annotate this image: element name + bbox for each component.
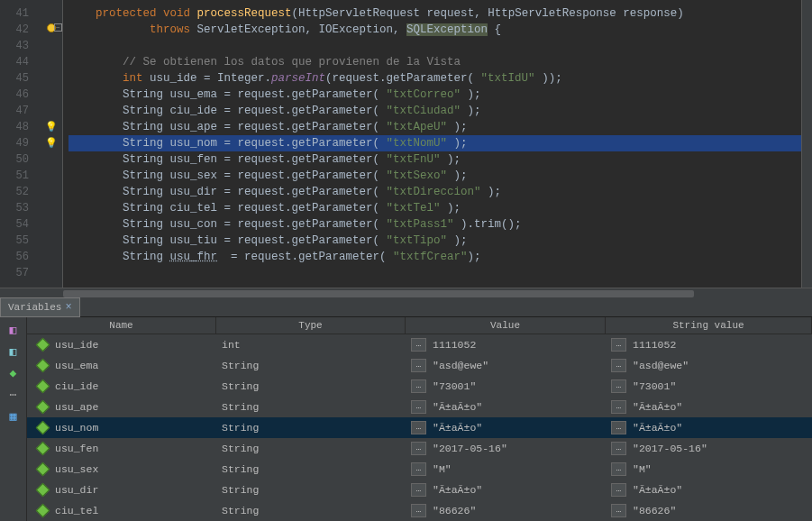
table-row[interactable]: usu_apeString…"Ã±aÃ±o"…"Ã±aÃ±o" (27, 397, 812, 417)
tab-label: Variables (8, 302, 61, 313)
var-value-cell: …"Ã±aÃ±o" (406, 419, 606, 436)
code-canvas[interactable]: protected void processRequest(HttpServle… (63, 0, 801, 288)
var-name-cell: usu_fen (27, 441, 216, 456)
close-icon[interactable]: × (65, 301, 71, 314)
var-type-cell: String (216, 420, 406, 435)
var-value-cell: …"asd@ewe" (406, 357, 606, 374)
var-strvalue-cell: …"Ã±aÃ±o" (606, 419, 812, 436)
ellipsis-button[interactable]: … (411, 379, 426, 393)
ellipsis-button[interactable]: … (411, 359, 426, 372)
ellipsis-button[interactable]: … (611, 442, 626, 455)
toolbar-icon-5[interactable]: ▦ (6, 409, 21, 424)
panel-tabs: Variables × (0, 297, 812, 317)
ellipsis-button[interactable]: … (611, 400, 626, 414)
var-type-cell: String (216, 441, 406, 456)
fold-icon[interactable]: − (54, 23, 62, 32)
ellipsis-button[interactable]: … (611, 359, 626, 372)
diamond-icon (36, 483, 50, 498)
var-type-cell: String (216, 482, 406, 498)
ellipsis-button[interactable]: … (411, 338, 426, 352)
toolbar-icon-4[interactable]: ⋯ (6, 388, 21, 402)
table-row[interactable]: usu_nomString…"Ã±aÃ±o"…"Ã±aÃ±o" (27, 417, 812, 438)
table-row[interactable]: usu_sexString…"M"…"M" (27, 459, 812, 480)
table-row[interactable]: usu_ideint…1111052…1111052 (27, 334, 812, 355)
var-strvalue-cell: …1111052 (606, 336, 812, 353)
var-strvalue-cell: …"86626" (606, 502, 812, 519)
diamond-icon (36, 421, 50, 435)
table-row[interactable]: usu_dirString…"Ã±aÃ±o"…"Ã±aÃ±o" (27, 480, 812, 500)
horizontal-scrollbar[interactable] (0, 288, 812, 297)
diamond-icon (36, 462, 50, 477)
var-name-cell: usu_dir (27, 482, 216, 498)
diamond-icon (36, 400, 50, 415)
var-type-cell: String (216, 379, 406, 394)
vertical-scrollbar[interactable] (801, 0, 812, 288)
diamond-icon (36, 359, 50, 373)
ellipsis-button[interactable]: … (411, 462, 426, 476)
var-strvalue-cell: …"Ã±aÃ±o" (606, 481, 812, 498)
var-value-cell: …"Ã±aÃ±o" (406, 398, 606, 416)
ellipsis-button[interactable]: … (611, 338, 626, 352)
var-type-cell: String (216, 462, 406, 477)
col-type[interactable]: Type (216, 317, 406, 334)
diamond-icon (36, 504, 50, 518)
ellipsis-button[interactable]: … (611, 379, 626, 393)
var-value-cell: …"2017-05-16" (406, 440, 606, 457)
variables-table: Name Type Value String value usu_ideint…… (27, 317, 812, 521)
ellipsis-button[interactable]: … (411, 483, 426, 497)
table-row[interactable]: ciu_telString…"86626"…"86626" (27, 500, 812, 521)
var-name-cell: usu_ema (27, 358, 216, 373)
var-strvalue-cell: …"2017-05-16" (606, 440, 812, 457)
var-name-cell: ciu_ide (27, 379, 216, 394)
var-value-cell: …"86626" (406, 502, 606, 519)
var-type-cell: String (216, 358, 406, 373)
ellipsis-button[interactable]: … (611, 483, 626, 497)
diamond-icon (36, 379, 50, 394)
var-name-cell: usu_sex (27, 462, 216, 477)
table-row[interactable]: ciu_ideString…"73001"…"73001" (27, 376, 812, 397)
var-name-cell: usu_ape (27, 399, 216, 415)
col-value[interactable]: Value (406, 317, 606, 334)
var-value-cell: …"73001" (406, 378, 606, 395)
var-strvalue-cell: …"asd@ewe" (606, 357, 812, 374)
ellipsis-button[interactable]: … (411, 504, 426, 517)
diamond-icon (36, 338, 50, 352)
var-strvalue-cell: …"Ã±aÃ±o" (606, 398, 812, 416)
toolbar-icon-1[interactable]: ◧ (6, 323, 21, 337)
toolbar-icon-3[interactable]: ◆ (6, 366, 21, 380)
ellipsis-button[interactable]: … (611, 504, 626, 517)
var-type-cell: int (216, 337, 406, 352)
ellipsis-button[interactable]: … (611, 462, 626, 476)
var-type-cell: String (216, 503, 406, 518)
variables-toolbar: ◧ ◧ ◆ ⋯ ▦ (0, 317, 27, 521)
variables-tab[interactable]: Variables × (0, 297, 80, 317)
toolbar-icon-2[interactable]: ◧ (6, 344, 21, 359)
var-strvalue-cell: …"M" (606, 461, 812, 478)
var-value-cell: …"M" (406, 461, 606, 478)
code-editor: 4142434445464748495051525354555657 − 💡 💡… (0, 0, 812, 288)
var-name-cell: usu_nom (27, 420, 216, 435)
var-strvalue-cell: …"73001" (606, 378, 812, 395)
ellipsis-button[interactable]: … (411, 400, 426, 414)
table-row[interactable]: usu_emaString…"asd@ewe"…"asd@ewe" (27, 355, 812, 376)
gutter-marks: − 💡 💡 (38, 0, 63, 288)
var-name-cell: ciu_tel (27, 503, 216, 518)
ellipsis-button[interactable]: … (411, 421, 426, 434)
variables-panel: ◧ ◧ ◆ ⋯ ▦ Name Type Value String value u… (0, 317, 812, 521)
ellipsis-button[interactable]: … (611, 421, 626, 434)
col-name[interactable]: Name (27, 317, 216, 334)
diamond-icon (36, 442, 50, 456)
bulb-icon[interactable]: 💡 (45, 121, 58, 133)
var-value-cell: …"Ã±aÃ±o" (406, 481, 606, 498)
col-strvalue[interactable]: String value (606, 317, 812, 334)
ellipsis-button[interactable]: … (411, 442, 426, 455)
table-header: Name Type Value String value (27, 317, 812, 334)
line-numbers: 4142434445464748495051525354555657 (0, 0, 38, 288)
bulb-icon[interactable]: 💡 (45, 137, 58, 149)
var-name-cell: usu_ide (27, 337, 216, 352)
var-value-cell: …1111052 (406, 336, 606, 353)
table-row[interactable]: usu_fenString…"2017-05-16"…"2017-05-16" (27, 438, 812, 459)
var-type-cell: String (216, 399, 406, 415)
